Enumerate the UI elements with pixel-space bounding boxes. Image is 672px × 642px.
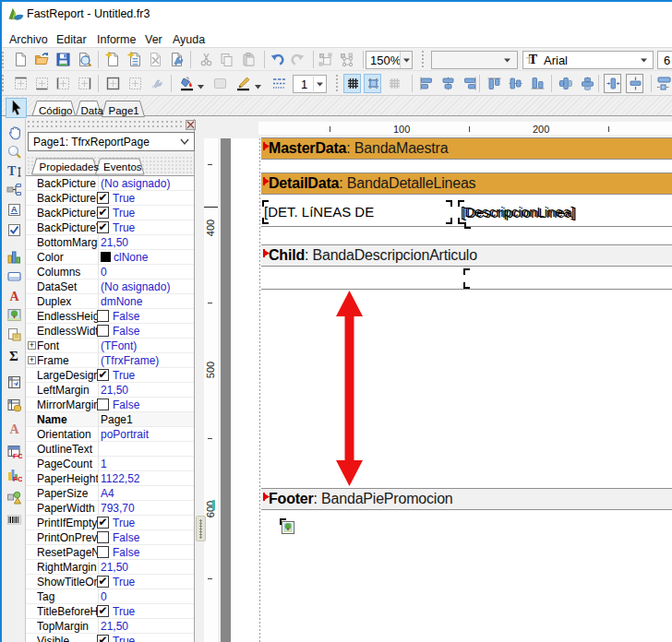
svg-text:Σ: Σ <box>9 349 18 363</box>
svg-text:Page1: Page1 <box>109 105 139 116</box>
svg-text:A: A <box>10 422 20 436</box>
svg-text:Eventos: Eventos <box>103 161 142 172</box>
svg-text:T: T <box>7 164 17 178</box>
svg-text:Propiedades: Propiedades <box>40 161 100 172</box>
svg-text:A: A <box>11 205 18 214</box>
svg-text:A: A <box>10 290 20 303</box>
svg-text:Código: Código <box>39 105 72 116</box>
svg-text:FC: FC <box>13 452 22 460</box>
svg-text:Data: Data <box>81 105 104 116</box>
svg-text:FC: FC <box>13 475 22 482</box>
